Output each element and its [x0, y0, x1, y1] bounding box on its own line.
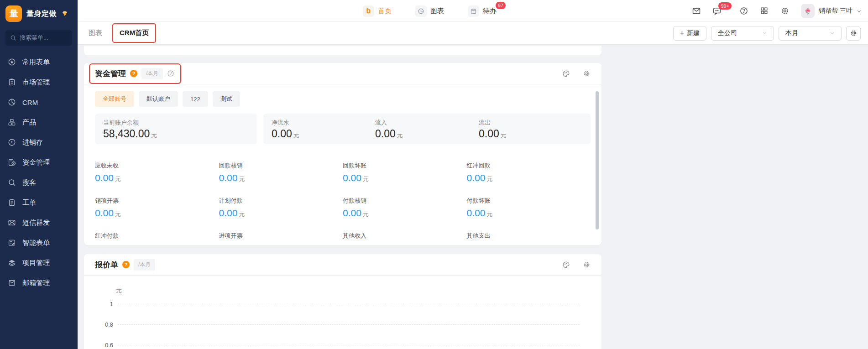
brand-name: 量身定做 [26, 9, 57, 19]
user-menu[interactable]: 销帮帮 三叶 [801, 4, 862, 18]
metric: 付款坏账0.00元 [467, 197, 591, 219]
metric-value: 0.00 [95, 172, 114, 183]
metric-value: 0.00 [343, 243, 361, 245]
sidebar-item-project-mgmt[interactable]: 项目管理 [0, 253, 78, 273]
tab-crm-home-label: CRM首页 [120, 29, 149, 36]
period-tag: /本月 [134, 259, 155, 271]
help-icon[interactable] [739, 6, 748, 16]
top-nav-todo[interactable]: 待办 97 [468, 5, 497, 17]
tab-charts[interactable]: 图表 [89, 29, 102, 37]
main-content: 资金管理 ? /本月 全部账号 默认账户 122 测试 [78, 45, 868, 349]
sidebar-search-input[interactable]: 搜索菜单... [5, 30, 72, 46]
sidebar-item-inventory[interactable]: 进销存 [0, 132, 78, 152]
sidebar-item-common-forms[interactable]: 常用表单 [0, 52, 78, 72]
top-nav-home[interactable]: b 首页 [363, 5, 392, 17]
account-tab-all[interactable]: 全部账号 [95, 91, 134, 107]
scope-select[interactable]: 全公司 [711, 26, 774, 41]
metric-value: 0.00 [219, 208, 238, 218]
dashboard-settings-button[interactable] [846, 26, 861, 41]
metric-label: 进项开票 [219, 232, 343, 240]
flow-box: 净流水 0.00元 流入 0.00元 流出 0.00元 [263, 114, 591, 144]
sidebar-item-label: CRM [22, 99, 38, 106]
metric-unit: 元 [115, 176, 121, 182]
flow-value: 0.00 [479, 128, 499, 140]
orange-question-badge[interactable]: ? [130, 70, 137, 77]
account-tabs: 全部账号 默认账户 122 测试 [84, 84, 601, 107]
account-tab-test[interactable]: 测试 [213, 91, 240, 107]
messages-icon[interactable]: 99+ [712, 6, 722, 16]
toolbar-controls: + 新建 全公司 本月 [673, 26, 861, 41]
pie-icon [8, 98, 16, 106]
metric: 红冲回款0.00元 [467, 161, 591, 183]
metric-label: 计划付款 [219, 197, 343, 205]
flow-unit: 元 [293, 132, 299, 139]
sidebar-item-label: 搜客 [22, 178, 36, 187]
card-settings-gear-icon[interactable] [583, 70, 591, 78]
apps-grid-icon[interactable] [760, 6, 769, 16]
y-tick: 1 [95, 301, 113, 307]
todo-count-badge: 97 [496, 2, 506, 9]
period-select[interactable]: 本月 [779, 26, 842, 41]
sidebar-search-placeholder: 搜索菜单... [20, 34, 48, 42]
funds-card-title-group: 资金管理 ? /本月 [95, 68, 174, 79]
sidebar-item-mailbox-mgmt[interactable]: 邮箱管理 [0, 273, 78, 293]
sidebar-item-work-orders[interactable]: 工单 [0, 193, 78, 213]
balance-label: 当前账户余额 [103, 119, 249, 127]
funds-card-title: 资金管理 [95, 68, 126, 79]
calculator-yen-icon [8, 158, 16, 167]
tab-crm-home[interactable]: CRM首页 [120, 29, 149, 37]
help-circle-icon[interactable] [167, 70, 174, 77]
metric-label: 回款核销 [219, 161, 343, 170]
flow-label: 流入 [375, 119, 479, 127]
cycle-icon [8, 138, 16, 146]
top-nav-charts[interactable]: 图表 [415, 5, 444, 17]
metric: 回款核销0.00元 [219, 161, 343, 183]
chevron-down-icon [762, 31, 767, 36]
account-tab-122[interactable]: 122 [183, 91, 208, 107]
sidebar-item-label: 产品 [22, 118, 36, 127]
clipboard-icon [8, 78, 16, 86]
smart-form-icon [8, 239, 16, 247]
stats-row: 当前账户余额 58,430.00元 净流水 0.00元 流入 0.00元 流出 … [84, 107, 601, 144]
quotation-chart: 元 1 0.8 0.6 [84, 276, 601, 349]
dashed-gridline [118, 324, 580, 325]
orange-question-badge[interactable]: ? [122, 261, 130, 268]
star-circle-icon [8, 58, 16, 66]
calendar-icon [468, 5, 479, 17]
funds-card-header: 资金管理 ? /本月 [84, 63, 601, 84]
user-name: 销帮帮 三叶 [819, 7, 852, 15]
chevron-down-icon [857, 9, 862, 14]
settings-gear-icon[interactable] [780, 6, 790, 16]
metric: 红冲付款0.00元 [95, 232, 219, 245]
sidebar-item-sms-bulk[interactable]: 短信群发 [0, 213, 78, 233]
sms-envelope-icon [8, 219, 16, 227]
sidebar-item-smart-forms[interactable]: 智能表单 [0, 233, 78, 253]
metric-value: 0.00 [467, 172, 486, 183]
new-button[interactable]: + 新建 [673, 26, 706, 41]
metric: 应收未收0.00元 [95, 161, 219, 183]
sidebar-item-funds-mgmt[interactable]: 资金管理 [0, 152, 78, 172]
sidebar-item-market-mgmt[interactable]: 市场管理 [0, 72, 78, 92]
mail-icon[interactable] [692, 6, 701, 16]
palette-icon[interactable] [562, 70, 570, 78]
flow-stat: 流出 0.00元 [479, 119, 582, 140]
vertical-scrollbar[interactable] [596, 91, 599, 229]
sidebar-item-products[interactable]: 产品 [0, 112, 78, 132]
metric-label: 付款核销 [343, 197, 467, 205]
palette-icon[interactable] [562, 261, 570, 269]
metric: 销项开票0.00元 [95, 197, 219, 219]
metrics-grid: 应收未收0.00元 回款核销0.00元 回款坏账0.00元 红冲回款0.00元 … [84, 144, 601, 245]
app-logo[interactable]: 量 [5, 5, 22, 22]
metric-label: 红冲付款 [95, 232, 219, 240]
dashed-gridline [118, 304, 580, 304]
sidebar-item-prospecting[interactable]: 搜客 [0, 172, 78, 193]
boxes-icon [8, 118, 16, 126]
content-column: 资金管理 ? /本月 全部账号 默认账户 122 测试 [84, 45, 601, 349]
chevron-down-icon [830, 31, 835, 36]
metric-value: 0.00 [95, 243, 114, 245]
balance-box: 当前账户余额 58,430.00元 [95, 114, 257, 144]
account-tab-default[interactable]: 默认账户 [139, 91, 178, 107]
card-settings-gear-icon[interactable] [583, 261, 591, 269]
flow-value: 0.00 [375, 128, 396, 140]
sidebar-item-crm[interactable]: CRM [0, 92, 78, 112]
